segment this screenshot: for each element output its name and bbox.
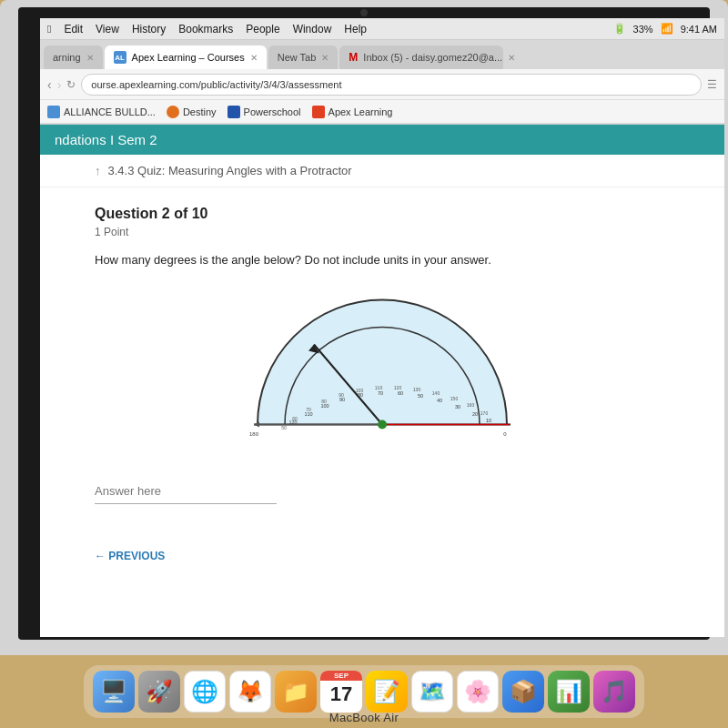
answer-input[interactable] — [95, 479, 277, 504]
bookmark-alliance-label: ALLIANCE BULLD... — [64, 106, 156, 117]
quiz-header: ↑ 3.4.3 Quiz: Measuring Angles with a Pr… — [40, 155, 724, 187]
laptop-frame:  Edit View History Bookmarks People Win… — [0, 0, 728, 655]
bookmark-powerschool[interactable]: Powerschool — [228, 106, 301, 118]
svg-text:20: 20 — [472, 410, 478, 416]
menu-edit[interactable]: Edit — [64, 23, 83, 35]
dock-chrome[interactable]: 🌐 — [184, 671, 226, 713]
svg-text:30: 30 — [455, 403, 460, 409]
svg-marker-30 — [254, 421, 259, 427]
svg-text:180: 180 — [249, 430, 259, 436]
svg-text:170: 170 — [480, 410, 489, 415]
svg-text:120: 120 — [394, 384, 402, 389]
dock-launchpad[interactable]: 🚀 — [138, 671, 180, 713]
menu-help[interactable]: Help — [344, 23, 367, 35]
dock-maps[interactable]: 🗺️ — [411, 671, 453, 713]
svg-text:70: 70 — [378, 389, 383, 395]
gmail-favicon: M — [349, 51, 358, 64]
address-bar[interactable]: ourse.apexlearning.com/public/activity/3… — [81, 74, 702, 96]
nav-section: ← PREVIOUS — [40, 541, 724, 571]
dock-numbers[interactable]: 📊 — [548, 671, 590, 713]
calendar-month: SEP — [320, 671, 362, 681]
dock-firefox[interactable]: 🦊 — [229, 671, 271, 713]
page-content: ndations I Sem 2 ↑ 3.4.3 Quiz: Measuring… — [40, 125, 724, 637]
screen-bezel:  Edit View History Bookmarks People Win… — [18, 7, 710, 640]
dock-folder[interactable]: 📁 — [275, 671, 317, 713]
svg-text:50: 50 — [281, 424, 287, 430]
bookmark-powerschool-icon — [228, 106, 240, 118]
menu-view[interactable]: View — [96, 23, 119, 35]
battery-level: 33% — [633, 24, 653, 35]
svg-text:60: 60 — [398, 389, 403, 395]
protractor-svg: 0 180 10 20 30 40 50 60 70 — [241, 288, 523, 451]
quiz-label: 3.4.3 Quiz: Measuring Angles with a Prot… — [108, 164, 352, 177]
svg-text:130: 130 — [413, 386, 421, 391]
question-text: How many degrees is the angle below? Do … — [95, 251, 670, 269]
bookmark-apex-label: Apex Learning — [329, 106, 393, 117]
dock-photos[interactable]: 🌸 — [457, 671, 499, 713]
tab-close-gmail[interactable]: ✕ — [508, 53, 515, 63]
bookmark-destiny-icon — [167, 106, 179, 118]
tab-close-learning[interactable]: ✕ — [86, 53, 94, 63]
extensions-button[interactable]: ☰ — [707, 78, 717, 91]
forward-button[interactable]: › — [57, 77, 62, 92]
dock-itunes[interactable]: 🎵 — [593, 671, 635, 713]
wifi-icon: 📶 — [661, 23, 673, 35]
svg-text:0: 0 — [503, 430, 507, 436]
tab-close-newtab[interactable]: ✕ — [321, 53, 329, 63]
svg-text:100: 100 — [356, 387, 364, 392]
svg-text:110: 110 — [375, 384, 383, 389]
tab-apex-label: Apex Learning – Courses — [132, 52, 245, 63]
tab-close-apex[interactable]: ✕ — [250, 53, 258, 63]
prev-label: ← PREVIOUS — [95, 550, 165, 562]
dock-calendar[interactable]: SEP 17 — [320, 671, 362, 713]
course-title: ndations I Sem 2 — [55, 132, 157, 147]
tab-apex-learning[interactable]: AL Apex Learning – Courses ✕ — [105, 46, 267, 69]
bookmarks-bar: ALLIANCE BULLD... Destiny Powerschool Ap… — [40, 100, 724, 124]
dock-finder[interactable]: 🖥️ — [93, 671, 135, 713]
svg-text:40: 40 — [437, 397, 442, 402]
main-content: Question 2 of 10 1 Point How many degree… — [40, 187, 724, 541]
previous-link[interactable]: ← PREVIOUS — [95, 550, 670, 562]
tab-newtab-label: New Tab — [278, 52, 317, 63]
browser-chrome: arning ✕ AL Apex Learning – Courses ✕ Ne… — [40, 40, 724, 125]
tab-apex-favicon: AL — [114, 51, 126, 64]
tab-gmail[interactable]: M Inbox (5) - daisy.gomez20@a... ✕ — [339, 46, 503, 69]
svg-text:150: 150 — [450, 395, 459, 400]
menu-history[interactable]: History — [132, 23, 166, 35]
refresh-button[interactable]: ↻ — [66, 78, 76, 91]
screen:  Edit View History Bookmarks People Win… — [40, 18, 724, 637]
address-text: ourse.apexlearning.com/public/activity/3… — [91, 79, 341, 90]
svg-text:80: 80 — [321, 398, 327, 403]
menu-window[interactable]: Window — [293, 23, 332, 35]
menu-bar-right: 🔋 33% 📶 9:41 AM — [613, 23, 717, 35]
svg-text:70: 70 — [306, 406, 311, 411]
quiz-icon: ↑ — [95, 164, 101, 177]
tab-gmail-label: Inbox (5) - daisy.gomez20@a... — [363, 52, 502, 63]
tab-label: arning — [53, 52, 81, 63]
tab-learning[interactable]: arning ✕ — [44, 46, 103, 69]
course-header: ndations I Sem 2 — [40, 125, 724, 155]
dock-share[interactable]: 📦 — [502, 671, 544, 713]
protractor-container: 0 180 10 20 30 40 50 60 70 — [95, 288, 670, 451]
bookmark-alliance[interactable]: ALLIANCE BULLD... — [47, 106, 156, 118]
menu-people[interactable]: People — [246, 23, 279, 35]
answer-section — [95, 479, 670, 504]
bookmark-destiny[interactable]: Destiny — [167, 106, 217, 118]
dock-notes[interactable]: 📝 — [366, 671, 408, 713]
dock-area: 🖥️ 🚀 🌐 🦊 📁 SEP 17 📝 🗺️ — [0, 655, 728, 728]
bookmark-apex[interactable]: Apex Learning — [312, 106, 393, 118]
menu-bar:  Edit View History Bookmarks People Win… — [40, 18, 724, 40]
tab-bar: arning ✕ AL Apex Learning – Courses ✕ Ne… — [40, 40, 724, 69]
menu-apple[interactable]:  — [47, 23, 51, 35]
tab-newtab[interactable]: New Tab ✕ — [268, 46, 339, 69]
svg-text:50: 50 — [418, 392, 423, 398]
bookmark-powerschool-label: Powerschool — [244, 106, 301, 117]
menu-bookmarks[interactable]: Bookmarks — [178, 23, 233, 35]
bookmark-apex-icon — [312, 106, 325, 118]
svg-text:90: 90 — [339, 391, 344, 397]
svg-text:160: 160 — [467, 401, 475, 407]
camera — [360, 9, 368, 16]
back-button[interactable]: ‹ — [47, 77, 52, 92]
svg-point-34 — [378, 420, 387, 429]
bookmark-destiny-label: Destiny — [183, 106, 217, 117]
